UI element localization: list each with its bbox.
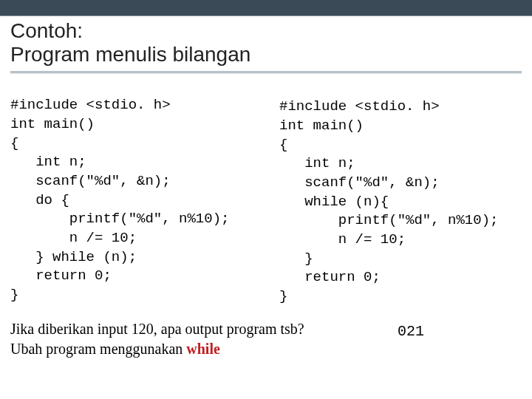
- question-line-2: Ubah program menggunakan while: [10, 339, 304, 359]
- code-area: #include <stdio. h> int main() { int n; …: [0, 81, 532, 318]
- answer-text: 021: [398, 323, 424, 340]
- title-line-2: Program menulis bilangan: [10, 43, 522, 66]
- question-line-1: Jika diberikan input 120, apa output pro…: [10, 319, 304, 339]
- code-block-while: #include <stdio. h> int main() { int n; …: [279, 98, 498, 306]
- title-block: Contoh: Program menulis bilangan: [0, 16, 532, 81]
- keyword-while: while: [186, 341, 220, 357]
- title-line-1: Contoh:: [10, 19, 522, 43]
- header-bar: [0, 0, 532, 16]
- code-block-do-while: #include <stdio. h> int main() { int n; …: [10, 96, 229, 304]
- title-divider: [10, 71, 522, 74]
- question-block: Jika diberikan input 120, apa output pro…: [10, 319, 304, 359]
- question-line-2-prefix: Ubah program menggunakan: [10, 341, 186, 357]
